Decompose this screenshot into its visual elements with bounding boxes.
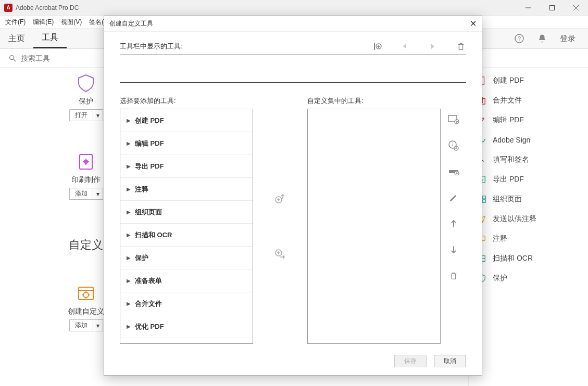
dialog-close-button[interactable]: ✕ [470, 19, 477, 29]
tab-home[interactable]: 主页 [0, 29, 33, 48]
rp-label: 保护 [493, 274, 507, 283]
item-label: 创建 PDF [135, 116, 164, 125]
expand-icon: ▶ [127, 186, 131, 192]
rp-label: Adobe Sign [493, 136, 530, 144]
rp-export-pdf[interactable]: 导出 PDF [469, 170, 588, 189]
expand-icon: ▶ [127, 301, 131, 306]
rp-organize[interactable]: 组织页面 [469, 189, 588, 209]
menu-view[interactable]: 视图(V) [61, 18, 82, 27]
list-item[interactable]: ▶准备表单 [120, 269, 253, 292]
open-caret[interactable]: ▾ [93, 109, 103, 121]
rp-send-review[interactable]: 发送以供注释 [469, 209, 588, 229]
close-button[interactable] [564, 0, 588, 16]
trash-icon[interactable] [456, 41, 466, 52]
rp-label: 导出 PDF [493, 175, 524, 184]
list-item[interactable]: ▶扫描和 OCR [120, 224, 253, 247]
item-label: 准备表单 [135, 276, 162, 286]
rp-adobe-sign[interactable]: Adobe Sign [469, 130, 588, 150]
list-item[interactable]: ▶组织页面 [120, 201, 253, 224]
maximize-button[interactable] [540, 0, 564, 16]
app-icon: A [4, 4, 12, 12]
login-link[interactable]: 登录 [560, 34, 576, 44]
expand-icon: ▶ [127, 209, 131, 215]
dialog-footer: 保存 取消 [104, 347, 482, 375]
add-button-2[interactable]: 添加 [69, 319, 93, 331]
add-caret-2[interactable]: ▾ [93, 319, 103, 331]
svg-point-7 [83, 292, 89, 298]
window-title: Adobe Acrobat Pro DC [16, 4, 79, 11]
minimize-button[interactable] [516, 0, 540, 16]
svg-text:i: i [452, 142, 454, 147]
item-label: 编辑 PDF [135, 139, 164, 148]
pencil-icon[interactable] [448, 192, 459, 203]
rp-label: 合并文件 [493, 96, 522, 105]
item-label: 保护 [135, 253, 148, 263]
right-panel: 创建 PDF 合并文件 编辑 PDF Adobe Sign 填写和签名 导出 P… [468, 68, 588, 386]
custom-set-list[interactable] [307, 109, 441, 344]
rp-label: 注释 [493, 234, 507, 243]
section-custom-title: 自定义 [69, 237, 103, 253]
svg-text:?: ? [518, 35, 521, 42]
expand-icon: ▶ [127, 255, 131, 261]
prepress-icon [76, 151, 96, 172]
rp-label: 发送以供注释 [493, 214, 536, 224]
arrow-up-icon[interactable] [448, 218, 459, 229]
expand-icon: ▶ [127, 163, 131, 169]
item-label: 扫描和 OCR [135, 230, 172, 240]
bell-icon[interactable] [537, 33, 547, 44]
toolbar-display-label: 工具栏中显示的工具: [120, 42, 183, 51]
help-icon[interactable]: ? [514, 33, 524, 44]
add-divider-icon[interactable] [371, 41, 382, 52]
list-item[interactable]: ▶合并文件 [120, 292, 253, 315]
info-add-icon[interactable]: i [448, 140, 459, 151]
arrow-down-icon[interactable] [448, 244, 459, 255]
rp-combine[interactable]: 合并文件 [469, 91, 588, 110]
move-left-icon[interactable] [399, 41, 410, 52]
rp-comment[interactable]: 注释 [469, 229, 588, 249]
add-button[interactable]: 添加 [69, 188, 93, 200]
cancel-button[interactable]: 取消 [434, 355, 466, 367]
svg-rect-0 [550, 5, 555, 10]
expand-icon: ▶ [127, 232, 131, 238]
gear-window-icon [76, 283, 96, 304]
divider-add-icon[interactable] [448, 166, 459, 177]
list-item[interactable]: ▶创建 PDF [120, 109, 253, 132]
trash-icon-2[interactable] [448, 270, 459, 281]
dialog-title: 创建自定义工具 [109, 19, 153, 28]
list-item[interactable]: ▶导出 PDF [120, 155, 253, 178]
dialog-titlebar: 创建自定义工具 ✕ [104, 16, 482, 32]
menu-edit[interactable]: 编辑(E) [33, 18, 54, 27]
rp-scan-ocr[interactable]: 扫描和 OCR [469, 249, 588, 268]
add-to-toolbar-icon[interactable] [273, 192, 287, 205]
menu-sign[interactable]: 签名( [89, 18, 104, 27]
add-to-set-icon[interactable] [273, 247, 287, 261]
move-right-icon[interactable] [428, 41, 438, 52]
rp-fill-sign[interactable]: 填写和签名 [469, 150, 588, 170]
tool-label-create-custom: 创建自定义 [68, 307, 104, 316]
list-item[interactable]: ▶编辑 PDF [120, 132, 253, 155]
rp-create-pdf[interactable]: 创建 PDF [469, 71, 588, 91]
select-tools-label: 选择要添加的工具: [120, 96, 253, 106]
expand-icon: ▶ [127, 118, 131, 123]
save-button[interactable]: 保存 [394, 355, 427, 367]
item-label: 合并文件 [135, 299, 162, 308]
tab-tools[interactable]: 工具 [33, 29, 67, 48]
list-item[interactable]: ▶注释 [120, 178, 253, 201]
open-button[interactable]: 打开 [69, 109, 93, 121]
tool-card-create-custom: 创建自定义 添加 ▾ [68, 283, 104, 331]
toolbar-display-well[interactable] [120, 55, 466, 83]
svg-rect-15 [483, 200, 485, 202]
item-label: 注释 [135, 185, 148, 194]
rp-protect[interactable]: 保护 [469, 268, 588, 288]
expand-icon: ▶ [127, 324, 131, 329]
svg-point-3 [10, 55, 14, 59]
list-item[interactable]: ▶优化 PDF [120, 315, 253, 338]
add-caret[interactable]: ▾ [93, 188, 103, 200]
panel-add-icon[interactable] [448, 114, 459, 125]
list-item[interactable]: ▶保护 [120, 247, 253, 269]
search-icon [8, 54, 17, 62]
rp-edit-pdf[interactable]: 编辑 PDF [469, 110, 588, 130]
rp-label: 扫描和 OCR [493, 254, 533, 263]
menu-file[interactable]: 文件(F) [5, 18, 26, 27]
tool-label-protect: 保护 [79, 97, 93, 106]
